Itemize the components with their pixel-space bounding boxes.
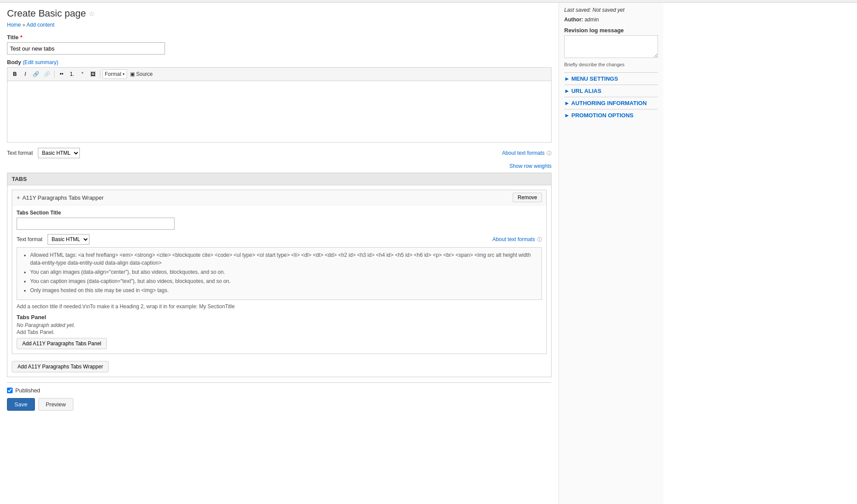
html-info-item-3: You can caption images (data-caption="te… [30,277,538,285]
image-button[interactable]: 🖼 [88,69,98,79]
text-format-label: Text format [7,150,33,156]
sidebar-promotion-options[interactable]: ► PROMOTION OPTIONS [564,109,658,121]
source-icon: ▣ [130,71,135,77]
breadcrumb-add-content-link[interactable]: Add content [27,22,55,28]
format-label: Format [105,71,121,77]
ordered-list-button[interactable]: 1. [67,69,77,79]
edit-summary-link[interactable]: (Edit summary) [23,59,58,65]
sidebar-revision-hint: Briefly describe the changes [564,62,658,67]
source-label: Source [136,71,153,77]
show-row-weights-container: Show row weights [7,163,552,169]
body-editor: B I 🔗 🔗 •• 1. “ 🖼 Format ▾ ▣ Source [7,67,552,143]
italic-button[interactable]: I [21,69,30,79]
favorite-star-icon[interactable]: ☆ [89,10,95,18]
wrapper-about-formats-link[interactable]: About text formats [493,236,535,242]
breadcrumb-separator: » [22,22,25,28]
page-title: Create Basic page ☆ [7,8,552,19]
wrapper-help-icon: ⓘ [537,236,542,243]
sidebar-menu-settings[interactable]: ► MENU SETTINGS [564,72,658,85]
tabs-section: TABS + A11Y Paragraphs Tabs Wrapper Remo… [7,173,552,377]
html-info-item-4: Only images hosted on this site may be u… [30,286,538,294]
promotion-options-label: ► PROMOTION OPTIONS [564,112,634,119]
sidebar-last-saved: Last saved: Not saved yet [564,7,658,13]
wrapper-text-format-label: Text format [17,236,42,242]
wrapper-text-format-row: Text format Basic HTML Full HTML Plain t… [17,234,542,245]
source-button[interactable]: ▣ Source [128,70,155,78]
preview-button[interactable]: Preview [38,398,73,411]
published-label: Published [15,387,40,394]
plus-icon: + [17,194,20,201]
sidebar-authoring-info[interactable]: ► AUTHORING INFORMATION [564,97,658,109]
about-text-formats-link[interactable]: About text formats [502,150,545,156]
body-field-label: Body (Edit summary) [7,59,552,65]
add-wrapper-button[interactable]: Add A11Y Paragraphs Tabs Wrapper [12,361,109,372]
sidebar-author: Author: admin [564,17,658,23]
unlink-button[interactable]: 🔗 [42,69,52,79]
published-checkbox[interactable] [7,388,13,393]
text-format-row: Text format Basic HTML Full HTML Plain t… [7,145,552,161]
text-format-select[interactable]: Basic HTML Full HTML Plain text [38,148,80,158]
format-dropdown-arrow: ▾ [123,72,125,76]
blockquote-button[interactable]: “ [78,69,87,79]
hint-text: Add a section title if needed.\r\nTo mak… [17,303,542,310]
allowed-html-list: Allowed HTML tags: <a href hreflang> <em… [30,251,538,294]
menu-settings-label: ► MENU SETTINGS [564,75,618,82]
wrapper-text-format-select[interactable]: Basic HTML Full HTML Plain text [48,234,89,245]
breadcrumb-home-link[interactable]: Home [7,22,21,28]
sidebar-promotion-options-title: ► PROMOTION OPTIONS [564,112,658,119]
url-alias-label: ► URL ALIAS [564,88,601,94]
wrapper-item-title: + A11Y Paragraphs Tabs Wrapper [17,194,104,201]
add-tabs-panel-hint: Add Tabs Panel. [17,329,542,335]
save-button[interactable]: Save [7,398,35,411]
tabs-section-title-input[interactable] [17,218,175,230]
title-input[interactable] [7,42,165,54]
html-info-box: Allowed HTML tags: <a href hreflang> <em… [17,247,542,300]
title-label-text: Title [7,34,19,41]
author-label: Author: [564,17,583,23]
sidebar-menu-settings-title: ► MENU SETTINGS [564,75,658,82]
remove-wrapper-button[interactable]: Remove [513,193,542,202]
add-tabs-panel-button[interactable]: Add A11Y Paragraphs Tabs Panel [17,338,107,349]
title-field-label: Title * [7,34,552,41]
editor-body[interactable] [7,81,551,142]
authoring-info-label: ► AUTHORING INFORMATION [564,100,647,106]
tabs-panel-section: Tabs Panel No Paragraph added yet. Add T… [17,314,542,349]
sidebar-url-alias[interactable]: ► URL ALIAS [564,85,658,97]
author-value: admin [585,17,599,23]
show-row-weights-link[interactable]: Show row weights [509,163,552,169]
last-saved-value: Not saved yet [593,7,624,13]
published-row: Published [7,387,552,394]
sidebar-url-alias-title: ► URL ALIAS [564,88,658,94]
format-dropdown[interactable]: Format ▾ [103,69,127,79]
page-title-text: Create Basic page [7,8,86,19]
tabs-content: + A11Y Paragraphs Tabs Wrapper Remove Ta… [7,185,551,377]
sidebar-revision-input[interactable] [564,35,658,58]
html-info-item-2: You can align images (data-align="center… [30,268,538,276]
buttons-row: Save Preview [7,398,552,411]
no-paragraph-text: No Paragraph added yet. [17,322,542,328]
wrapper-item: + A11Y Paragraphs Tabs Wrapper Remove Ta… [12,190,547,354]
sidebar-revision-label: Revision log message [564,27,658,34]
tabs-panel-label: Tabs Panel [17,314,542,320]
help-icon: ⓘ [547,150,552,157]
breadcrumb: Home » Add content [7,22,552,28]
body-label-text: Body [7,59,21,65]
tabs-section-header: TABS [7,173,551,185]
unordered-list-button[interactable]: •• [57,69,66,79]
last-saved-label: Last saved: [564,7,591,13]
wrapper-item-header: + A11Y Paragraphs Tabs Wrapper Remove [12,190,546,205]
sidebar: Last saved: Not saved yet Author: admin … [559,3,663,504]
tabs-section-title-label: Tabs Section Title [17,210,542,216]
sidebar-authoring-info-title: ► AUTHORING INFORMATION [564,100,658,106]
toolbar-separator-1 [54,70,55,78]
editor-toolbar: B I 🔗 🔗 •• 1. “ 🖼 Format ▾ ▣ Source [7,68,551,81]
toolbar-separator-2 [100,70,100,78]
required-star: * [20,34,22,41]
bold-button[interactable]: B [10,69,20,79]
html-info-item-1: Allowed HTML tags: <a href hreflang> <em… [30,251,538,267]
wrapper-item-body: Tabs Section Title Text format Basic HTM… [12,205,546,354]
divider [7,382,552,383]
wrapper-item-name: A11Y Paragraphs Tabs Wrapper [22,194,103,201]
link-button[interactable]: 🔗 [31,69,41,79]
